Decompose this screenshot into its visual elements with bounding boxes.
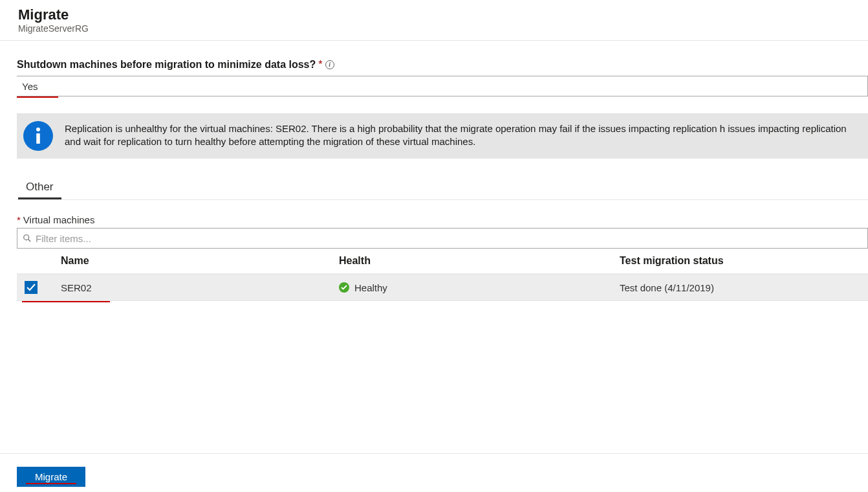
virtual-machines-label: *Virtual machines [17, 214, 868, 225]
row-checkbox-cell [25, 281, 61, 294]
filter-input[interactable] [36, 233, 862, 244]
svg-point-2 [24, 235, 29, 240]
tab-other[interactable]: Other [18, 177, 61, 199]
required-marker: * [17, 214, 21, 225]
table-header: Name Health Test migration status [17, 249, 868, 274]
info-icon[interactable]: i [325, 60, 334, 69]
table-row[interactable]: SER02 Healthy Test done (4/11/2019) [17, 274, 868, 301]
svg-line-3 [28, 240, 31, 242]
page-header: Migrate MigrateServerRG [0, 0, 868, 41]
row-checkbox[interactable] [25, 281, 38, 294]
search-icon [23, 234, 32, 243]
annotation-underline [17, 96, 58, 98]
row-name: SER02 [61, 282, 339, 293]
row-status: Test done (4/11/2019) [620, 282, 868, 293]
row-health-cell: Healthy [339, 282, 620, 293]
tabs: Other [17, 177, 868, 200]
page-subtitle: MigrateServerRG [18, 23, 850, 34]
info-banner: Replication is unhealthy for the virtual… [17, 113, 868, 159]
migrate-button[interactable]: Migrate [17, 467, 85, 487]
annotation-underline [26, 483, 76, 484]
svg-rect-1 [36, 133, 40, 144]
col-name-header: Name [61, 255, 339, 267]
migrate-button-label: Migrate [35, 471, 67, 482]
required-marker: * [318, 59, 322, 71]
shutdown-label: Shutdown machines before migration to mi… [17, 59, 868, 71]
main-content: Shutdown machines before migration to mi… [0, 41, 868, 301]
info-badge-icon [23, 121, 53, 151]
shutdown-value: Yes [22, 81, 38, 92]
health-ok-icon [339, 282, 349, 293]
svg-point-0 [36, 128, 40, 131]
row-health-text: Healthy [354, 282, 387, 293]
tab-other-label: Other [26, 181, 54, 193]
info-banner-text: Replication is unhealthy for the virtual… [65, 121, 858, 149]
col-status-header: Test migration status [620, 255, 868, 267]
col-health-header: Health [339, 255, 620, 267]
annotation-underline [22, 301, 110, 302]
footer: Migrate [0, 453, 868, 492]
page-title: Migrate [18, 6, 850, 23]
virtual-machines-label-text: Virtual machines [23, 214, 95, 225]
virtual-machines-section: *Virtual machines Name Health Test migra… [17, 214, 868, 301]
filter-input-wrap[interactable] [17, 228, 868, 249]
shutdown-label-text: Shutdown machines before migration to mi… [17, 59, 316, 71]
shutdown-dropdown[interactable]: Yes [17, 76, 868, 96]
